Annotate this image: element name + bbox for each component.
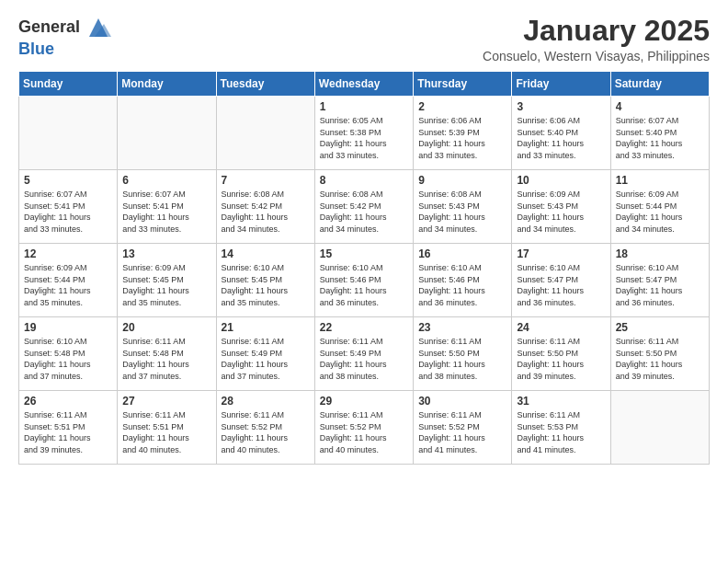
col-saturday: Saturday [610, 72, 709, 97]
table-row: 10Sunrise: 6:09 AMSunset: 5:43 PMDayligh… [512, 170, 610, 244]
col-sunday: Sunday [19, 72, 118, 97]
calendar-week-row: 19Sunrise: 6:10 AMSunset: 5:48 PMDayligh… [19, 317, 710, 391]
day-number: 9 [418, 174, 506, 187]
day-number: 25 [616, 321, 704, 334]
day-info: Sunrise: 6:09 AMSunset: 5:44 PMDaylight:… [24, 262, 112, 308]
day-number: 21 [222, 321, 310, 334]
day-number: 13 [122, 247, 210, 260]
day-info: Sunrise: 6:06 AMSunset: 5:39 PMDaylight:… [418, 115, 506, 161]
calendar-header-row: Sunday Monday Tuesday Wednesday Thursday… [19, 72, 710, 97]
day-number: 23 [418, 321, 506, 334]
day-number: 17 [517, 247, 605, 260]
day-number: 27 [122, 395, 210, 408]
day-info: Sunrise: 6:11 AMSunset: 5:49 PMDaylight:… [320, 336, 408, 382]
col-tuesday: Tuesday [216, 72, 314, 97]
day-info: Sunrise: 6:08 AMSunset: 5:43 PMDaylight:… [418, 189, 506, 235]
col-monday: Monday [118, 72, 216, 97]
calendar-week-row: 12Sunrise: 6:09 AMSunset: 5:44 PMDayligh… [19, 244, 710, 317]
day-info: Sunrise: 6:11 AMSunset: 5:49 PMDaylight:… [222, 336, 310, 382]
day-info: Sunrise: 6:11 AMSunset: 5:53 PMDaylight:… [517, 409, 605, 455]
day-number: 11 [616, 174, 704, 187]
day-info: Sunrise: 6:07 AMSunset: 5:41 PMDaylight:… [24, 189, 112, 235]
day-number: 20 [122, 321, 210, 334]
table-row: 22Sunrise: 6:11 AMSunset: 5:49 PMDayligh… [314, 317, 413, 391]
day-number: 18 [616, 247, 704, 260]
table-row: 21Sunrise: 6:11 AMSunset: 5:49 PMDayligh… [216, 317, 314, 391]
day-info: Sunrise: 6:10 AMSunset: 5:46 PMDaylight:… [320, 262, 408, 308]
day-number: 7 [222, 174, 310, 187]
table-row: 9Sunrise: 6:08 AMSunset: 5:43 PMDaylight… [414, 170, 512, 244]
table-row: 2Sunrise: 6:06 AMSunset: 5:39 PMDaylight… [414, 97, 512, 170]
day-info: Sunrise: 6:09 AMSunset: 5:44 PMDaylight:… [616, 189, 704, 235]
day-number: 28 [222, 395, 310, 408]
table-row: 31Sunrise: 6:11 AMSunset: 5:53 PMDayligh… [512, 391, 610, 465]
day-info: Sunrise: 6:05 AMSunset: 5:38 PMDaylight:… [320, 115, 408, 161]
day-number: 2 [418, 100, 506, 113]
day-info: Sunrise: 6:11 AMSunset: 5:52 PMDaylight:… [320, 409, 408, 455]
table-row: 14Sunrise: 6:10 AMSunset: 5:45 PMDayligh… [216, 244, 314, 317]
logo: General Blue [18, 15, 111, 59]
calendar-week-row: 5Sunrise: 6:07 AMSunset: 5:41 PMDaylight… [19, 170, 710, 244]
day-number: 31 [517, 395, 605, 408]
day-number: 16 [418, 247, 506, 260]
day-info: Sunrise: 6:07 AMSunset: 5:40 PMDaylight:… [616, 115, 704, 161]
day-number: 24 [517, 321, 605, 334]
day-number: 10 [517, 174, 605, 187]
table-row: 6Sunrise: 6:07 AMSunset: 5:41 PMDaylight… [118, 170, 216, 244]
table-row: 26Sunrise: 6:11 AMSunset: 5:51 PMDayligh… [19, 391, 118, 465]
logo-icon [85, 15, 111, 40]
table-row: 13Sunrise: 6:09 AMSunset: 5:45 PMDayligh… [118, 244, 216, 317]
day-number: 3 [517, 100, 605, 113]
calendar-week-row: 26Sunrise: 6:11 AMSunset: 5:51 PMDayligh… [19, 391, 710, 465]
title-block: January 2025 Consuelo, Western Visayas, … [483, 15, 710, 63]
day-info: Sunrise: 6:09 AMSunset: 5:43 PMDaylight:… [517, 189, 605, 235]
day-number: 8 [320, 174, 408, 187]
day-info: Sunrise: 6:11 AMSunset: 5:48 PMDaylight:… [122, 336, 210, 382]
col-thursday: Thursday [414, 72, 512, 97]
day-info: Sunrise: 6:11 AMSunset: 5:51 PMDaylight:… [122, 409, 210, 455]
table-row: 1Sunrise: 6:05 AMSunset: 5:38 PMDaylight… [314, 97, 413, 170]
day-number: 6 [122, 174, 210, 187]
day-info: Sunrise: 6:11 AMSunset: 5:52 PMDaylight:… [222, 409, 310, 455]
day-number: 12 [24, 247, 112, 260]
day-number: 26 [24, 395, 112, 408]
table-row [118, 97, 216, 170]
day-number: 5 [24, 174, 112, 187]
table-row: 4Sunrise: 6:07 AMSunset: 5:40 PMDaylight… [610, 97, 709, 170]
calendar: Sunday Monday Tuesday Wednesday Thursday… [18, 71, 710, 465]
day-number: 14 [222, 247, 310, 260]
day-number: 15 [320, 247, 408, 260]
table-row: 20Sunrise: 6:11 AMSunset: 5:48 PMDayligh… [118, 317, 216, 391]
day-number: 29 [320, 395, 408, 408]
table-row: 15Sunrise: 6:10 AMSunset: 5:46 PMDayligh… [314, 244, 413, 317]
day-info: Sunrise: 6:10 AMSunset: 5:47 PMDaylight:… [517, 262, 605, 308]
table-row: 7Sunrise: 6:08 AMSunset: 5:42 PMDaylight… [216, 170, 314, 244]
table-row: 17Sunrise: 6:10 AMSunset: 5:47 PMDayligh… [512, 244, 610, 317]
table-row: 12Sunrise: 6:09 AMSunset: 5:44 PMDayligh… [19, 244, 118, 317]
table-row: 28Sunrise: 6:11 AMSunset: 5:52 PMDayligh… [216, 391, 314, 465]
location-subtitle: Consuelo, Western Visayas, Philippines [483, 49, 710, 63]
day-info: Sunrise: 6:07 AMSunset: 5:41 PMDaylight:… [122, 189, 210, 235]
day-info: Sunrise: 6:10 AMSunset: 5:45 PMDaylight:… [222, 262, 310, 308]
table-row: 23Sunrise: 6:11 AMSunset: 5:50 PMDayligh… [414, 317, 512, 391]
logo-text: General [18, 18, 80, 37]
day-info: Sunrise: 6:11 AMSunset: 5:50 PMDaylight:… [616, 336, 704, 382]
logo-subtext: Blue [18, 40, 54, 59]
table-row: 3Sunrise: 6:06 AMSunset: 5:40 PMDaylight… [512, 97, 610, 170]
table-row: 5Sunrise: 6:07 AMSunset: 5:41 PMDaylight… [19, 170, 118, 244]
calendar-week-row: 1Sunrise: 6:05 AMSunset: 5:38 PMDaylight… [19, 97, 710, 170]
day-number: 19 [24, 321, 112, 334]
day-info: Sunrise: 6:11 AMSunset: 5:50 PMDaylight:… [418, 336, 506, 382]
table-row: 27Sunrise: 6:11 AMSunset: 5:51 PMDayligh… [118, 391, 216, 465]
day-info: Sunrise: 6:10 AMSunset: 5:47 PMDaylight:… [616, 262, 704, 308]
day-number: 4 [616, 100, 704, 113]
table-row: 19Sunrise: 6:10 AMSunset: 5:48 PMDayligh… [19, 317, 118, 391]
table-row: 11Sunrise: 6:09 AMSunset: 5:44 PMDayligh… [610, 170, 709, 244]
table-row [19, 97, 118, 170]
day-number: 1 [320, 100, 408, 113]
day-info: Sunrise: 6:06 AMSunset: 5:40 PMDaylight:… [517, 115, 605, 161]
day-info: Sunrise: 6:09 AMSunset: 5:45 PMDaylight:… [122, 262, 210, 308]
header: General Blue January 2025 Consuelo, West… [18, 15, 710, 63]
col-wednesday: Wednesday [314, 72, 413, 97]
table-row: 18Sunrise: 6:10 AMSunset: 5:47 PMDayligh… [610, 244, 709, 317]
